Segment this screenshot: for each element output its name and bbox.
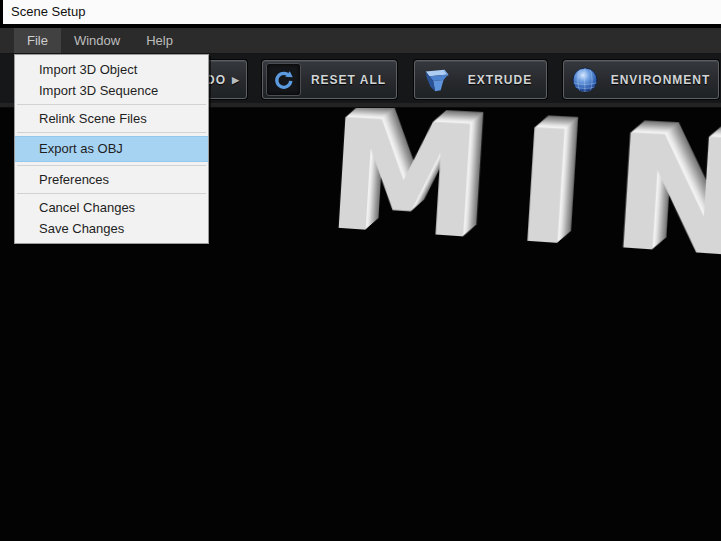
reset-all-button[interactable]: RESET ALL [262, 60, 397, 99]
menu-separator [17, 193, 206, 194]
file-dropdown-menu: Import 3D Object Import 3D Sequence Reli… [14, 54, 209, 244]
menu-separator [17, 132, 206, 133]
menu-item-preferences[interactable]: Preferences [15, 169, 208, 190]
environment-button[interactable]: ENVIRONMENT [563, 60, 719, 99]
reset-all-label: RESET ALL [301, 73, 396, 87]
menu-separator [17, 104, 206, 105]
menu-item-save-changes[interactable]: Save Changes [15, 218, 208, 239]
menu-bar: File Window Help [0, 27, 721, 54]
undo-button-label: DO [206, 73, 230, 87]
window-title-bar[interactable]: Scene Setup [0, 0, 721, 24]
menu-item-import-3d-sequence[interactable]: Import 3D Sequence [15, 80, 208, 101]
menu-help[interactable]: Help [133, 28, 186, 53]
menu-file[interactable]: File [14, 28, 61, 53]
globe-sphere-icon [567, 63, 603, 96]
extrude-3d-shape-icon [418, 63, 454, 96]
viewport-3d-text-object[interactable]: MIN [323, 108, 721, 297]
menu-item-export-as-obj[interactable]: Export as OBJ [15, 136, 208, 162]
menu-item-import-3d-object[interactable]: Import 3D Object [15, 59, 208, 80]
extrude-label: EXTRUDE [454, 73, 546, 87]
window-title: Scene Setup [11, 4, 85, 19]
environment-label: ENVIRONMENT [603, 73, 718, 87]
menu-window[interactable]: Window [61, 28, 133, 53]
flyout-arrow-icon: ▶ [230, 75, 240, 85]
menu-separator [17, 165, 206, 166]
menu-item-cancel-changes[interactable]: Cancel Changes [15, 197, 208, 218]
extrude-button[interactable]: EXTRUDE [414, 60, 547, 99]
reset-circular-arrow-icon [266, 63, 301, 96]
menu-item-relink-scene-files[interactable]: Relink Scene Files [15, 108, 208, 129]
